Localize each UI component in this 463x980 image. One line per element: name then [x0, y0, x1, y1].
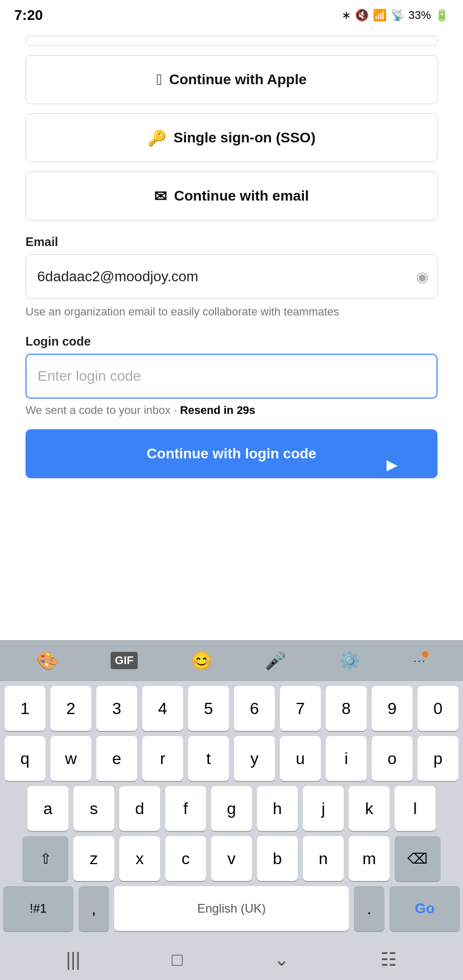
key-t[interactable]: t	[188, 736, 229, 781]
key-a[interactable]: a	[28, 786, 68, 831]
apple-signin-button[interactable]:  Continue with Apple	[25, 55, 438, 104]
sso-signin-button[interactable]: 🔑 Single sign-on (SSO)	[25, 113, 438, 162]
email-input[interactable]	[25, 254, 438, 299]
key-x[interactable]: x	[119, 836, 160, 881]
status-time: 7:20	[14, 7, 43, 23]
key-1[interactable]: 1	[5, 686, 45, 731]
emoji-toolbar-icon[interactable]: 😊	[191, 650, 212, 671]
continue-login-button[interactable]: Continue with login code ▶	[25, 429, 438, 478]
period-key[interactable]: .	[354, 886, 384, 931]
wifi-icon: 📶	[373, 9, 387, 22]
email-icon: ✉	[154, 187, 167, 205]
key-w[interactable]: w	[50, 736, 91, 781]
key-3[interactable]: 3	[96, 686, 137, 731]
bluetooth-icon: ∗	[342, 9, 351, 22]
key-4[interactable]: 4	[142, 686, 183, 731]
more-toolbar-icon[interactable]: ···	[413, 653, 426, 668]
key-c[interactable]: c	[165, 836, 206, 881]
email-hint-text: Use an organization email to easily coll…	[25, 304, 438, 320]
key-7[interactable]: 7	[280, 686, 321, 731]
continue-login-label: Continue with login code	[147, 446, 317, 462]
mute-icon: 🔇	[355, 9, 369, 22]
key-z[interactable]: z	[73, 836, 114, 881]
key-5[interactable]: 5	[188, 686, 229, 731]
key-9[interactable]: 9	[372, 686, 413, 731]
form-section: Email ◉ Use an organization email to eas…	[25, 235, 438, 478]
down-nav-icon[interactable]: ⌄	[274, 949, 289, 970]
symbols-key[interactable]: !#1	[3, 886, 73, 931]
status-icons: ∗ 🔇 📶 📡 33% 🔋	[342, 9, 449, 22]
key-v[interactable]: v	[211, 836, 252, 881]
login-code-input[interactable]	[25, 354, 438, 399]
email-input-wrapper: ◉	[25, 254, 438, 299]
back-nav-icon[interactable]: |||	[66, 949, 81, 970]
key-r[interactable]: r	[142, 736, 183, 781]
home-nav-icon[interactable]: □	[172, 949, 183, 970]
key-u[interactable]: u	[280, 736, 321, 781]
key-8[interactable]: 8	[326, 686, 367, 731]
key-2[interactable]: 2	[50, 686, 91, 731]
zxcv-row: ⇧ z x c v b n m ⌫	[3, 836, 460, 881]
code-input-wrapper	[25, 354, 438, 399]
code-field-label: Login code	[25, 334, 438, 349]
key-icon: 🔑	[147, 129, 166, 147]
apps-nav-icon[interactable]: ☷	[380, 949, 397, 970]
sso-button-label: Single sign-on (SSO)	[173, 130, 315, 146]
nav-bar: ||| □ ⌄ ☷	[0, 939, 463, 980]
key-m[interactable]: m	[349, 836, 390, 881]
key-q[interactable]: q	[5, 736, 45, 781]
apple-icon: 	[157, 71, 162, 88]
go-key[interactable]: Go	[390, 886, 460, 931]
space-key[interactable]: English (UK)	[114, 886, 349, 931]
main-content:  Continue with Apple 🔑 Single sign-on (…	[0, 31, 463, 478]
key-p[interactable]: p	[418, 736, 458, 781]
key-k[interactable]: k	[349, 786, 390, 831]
asdf-row: a s d f g h j k l	[3, 786, 460, 831]
battery-text: 33%	[408, 9, 431, 22]
key-0[interactable]: 0	[418, 686, 458, 731]
signal-icon: 📡	[391, 9, 404, 22]
bottom-row: !#1 , English (UK) . Go	[3, 886, 460, 931]
keyboard-toolbar: 🎨 GIF 😊 🎤 ⚙️ ···	[0, 640, 463, 681]
key-6[interactable]: 6	[234, 686, 275, 731]
gif-toolbar-icon[interactable]: GIF	[111, 652, 138, 669]
shift-key[interactable]: ⇧	[22, 836, 68, 881]
key-j[interactable]: j	[303, 786, 344, 831]
keyboard-keys: 1 2 3 4 5 6 7 8 9 0 q w e r t y u i o p …	[0, 681, 463, 939]
key-d[interactable]: d	[119, 786, 160, 831]
status-bar: 7:20 ∗ 🔇 📶 📡 33% 🔋	[0, 0, 463, 31]
settings-toolbar-icon[interactable]: ⚙️	[339, 650, 361, 671]
key-l[interactable]: l	[395, 786, 435, 831]
sticker-toolbar-icon[interactable]: 🎨	[37, 650, 58, 671]
key-f[interactable]: f	[165, 786, 206, 831]
key-s[interactable]: s	[73, 786, 114, 831]
key-y[interactable]: y	[234, 736, 275, 781]
keyboard-area: 🎨 GIF 😊 🎤 ⚙️ ··· 1 2 3 4 5 6 7 8 9 0 q w…	[0, 640, 463, 980]
comma-key[interactable]: ,	[79, 886, 109, 931]
partial-top-button	[25, 36, 438, 46]
key-e[interactable]: e	[96, 736, 137, 781]
delete-key[interactable]: ⌫	[395, 836, 441, 881]
resend-link[interactable]: Resend in 29s	[180, 404, 255, 416]
cursor-indicator: ▶	[387, 457, 397, 473]
qwerty-row: q w e r t y u i o p	[3, 736, 460, 781]
clear-email-icon[interactable]: ◉	[416, 268, 428, 285]
key-b[interactable]: b	[257, 836, 298, 881]
mic-toolbar-icon[interactable]: 🎤	[265, 650, 286, 671]
key-o[interactable]: o	[372, 736, 413, 781]
email-field-label: Email	[25, 235, 438, 249]
resend-text: We sent a code to your inbox · Resend in…	[25, 404, 438, 417]
battery-icon: 🔋	[435, 9, 449, 22]
key-i[interactable]: i	[326, 736, 367, 781]
email-button-label: Continue with email	[174, 188, 308, 204]
key-h[interactable]: h	[257, 786, 298, 831]
key-g[interactable]: g	[211, 786, 252, 831]
apple-button-label: Continue with Apple	[169, 71, 307, 88]
number-row: 1 2 3 4 5 6 7 8 9 0	[3, 686, 460, 731]
email-signin-button[interactable]: ✉ Continue with email	[25, 172, 438, 220]
login-code-field-group: Login code We sent a code to your inbox …	[25, 334, 438, 417]
key-n[interactable]: n	[303, 836, 344, 881]
email-field-group: Email ◉ Use an organization email to eas…	[25, 235, 438, 320]
